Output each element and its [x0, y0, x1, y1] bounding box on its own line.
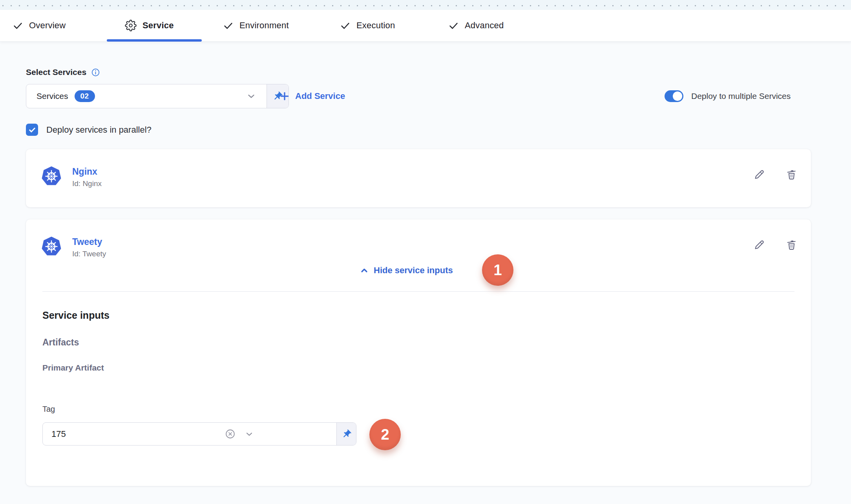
hide-service-inputs-link[interactable]: Hide service inputs	[360, 265, 453, 276]
active-tab-underline	[107, 39, 202, 42]
tab-environment[interactable]: Environment	[223, 10, 289, 41]
deploy-multiple-label: Deploy to multiple Services	[691, 91, 791, 101]
tag-field-group	[42, 422, 356, 446]
kubernetes-icon	[42, 166, 61, 188]
tab-execution[interactable]: Execution	[340, 10, 395, 41]
check-icon	[223, 20, 234, 31]
chevron-down-icon[interactable]	[246, 91, 256, 101]
tab-label: Overview	[29, 20, 66, 31]
service-name-link[interactable]: Tweety	[72, 237, 106, 247]
chevron-down-icon[interactable]	[245, 429, 254, 439]
tab-label: Environment	[239, 20, 289, 31]
delete-service-button[interactable]	[785, 238, 798, 251]
toggle-knob	[673, 91, 682, 101]
info-icon[interactable]	[91, 68, 100, 77]
hide-service-inputs-label: Hide service inputs	[374, 265, 453, 276]
service-tab-panel: Select Services Services 02 Add Service	[0, 42, 851, 504]
tag-input[interactable]	[43, 423, 336, 445]
tag-label: Tag	[42, 405, 55, 414]
delete-service-button[interactable]	[785, 168, 798, 181]
services-count-badge: 02	[75, 90, 95, 102]
services-dropdown: Services 02	[26, 84, 289, 108]
check-icon	[340, 20, 351, 31]
service-name-link[interactable]: Nginx	[72, 166, 102, 177]
check-icon	[13, 20, 23, 31]
add-service-label: Add Service	[295, 91, 345, 101]
add-service-button[interactable]: Add Service	[279, 84, 345, 108]
chevron-up-icon	[360, 266, 369, 275]
primary-artifact-heading: Primary Artifact	[42, 363, 104, 373]
check-icon	[448, 20, 459, 31]
service-id-text: Id: Tweety	[72, 250, 106, 258]
parallel-deploy-label: Deploy services in parallel?	[46, 125, 152, 135]
select-services-label: Select Services	[26, 68, 86, 77]
tab-label: Service	[142, 20, 174, 31]
edit-service-button[interactable]	[753, 168, 765, 181]
clear-icon[interactable]	[225, 428, 236, 440]
annotation-step-1-badge: 1	[482, 254, 513, 286]
parallel-deploy-checkbox[interactable]	[26, 124, 38, 136]
tab-label: Execution	[356, 20, 395, 31]
tab-label: Advanced	[465, 20, 504, 31]
annotation-number: 2	[381, 426, 389, 443]
canvas-dotted-strip	[0, 0, 851, 10]
services-dropdown-value: Services	[37, 91, 68, 101]
kubernetes-icon	[42, 237, 61, 258]
stage-tabbar: Overview Service Environment Execution A…	[0, 10, 851, 42]
tab-advanced[interactable]: Advanced	[448, 10, 504, 41]
gear-icon	[125, 20, 137, 31]
card-divider	[42, 291, 794, 292]
tab-overview[interactable]: Overview	[13, 10, 66, 41]
services-dropdown-field[interactable]: Services 02	[26, 84, 267, 108]
service-card-tweety: Tweety Id: Tweety	[26, 219, 811, 486]
deploy-multiple-toggle[interactable]	[665, 90, 683, 102]
artifacts-heading: Artifacts	[42, 337, 79, 348]
pin-input-type-button[interactable]	[336, 423, 356, 445]
service-id-text: Id: Nginx	[72, 179, 102, 188]
service-card-nginx: Nginx Id: Nginx	[26, 149, 811, 207]
plus-icon	[279, 91, 290, 101]
pin-icon	[341, 429, 352, 439]
edit-service-button[interactable]	[753, 238, 765, 251]
tab-service[interactable]: Service	[125, 10, 174, 41]
service-inputs-title: Service inputs	[42, 310, 110, 321]
annotation-number: 1	[493, 262, 502, 279]
annotation-step-2-badge: 2	[369, 419, 401, 450]
